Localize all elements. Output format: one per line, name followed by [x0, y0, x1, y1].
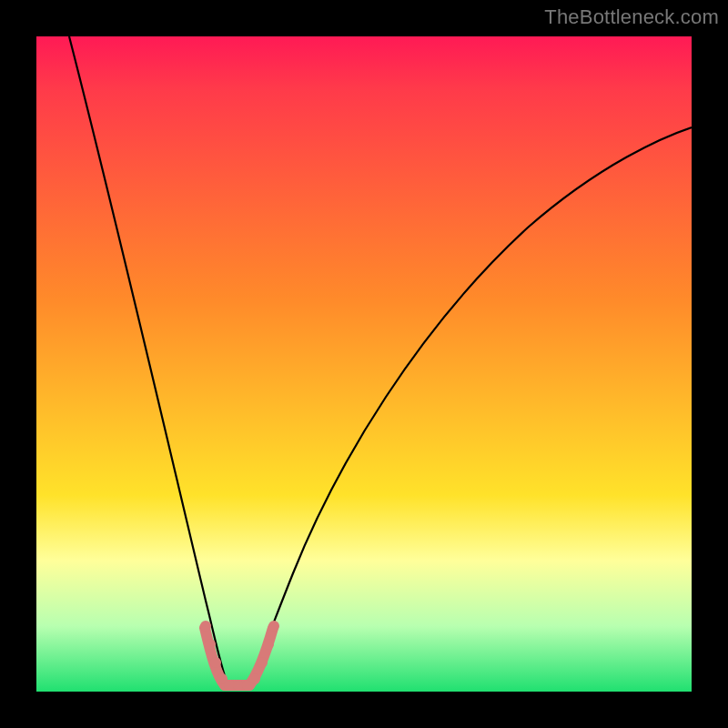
svg-point-9	[263, 639, 274, 650]
svg-point-0	[200, 621, 211, 632]
watermark-text: TheBottleneck.com	[544, 5, 719, 29]
svg-point-8	[257, 657, 268, 668]
svg-point-2	[210, 657, 221, 668]
plot-area	[36, 36, 692, 692]
svg-point-10	[268, 621, 279, 632]
svg-point-7	[249, 673, 260, 684]
bottleneck-curve	[36, 36, 692, 692]
curve-path	[69, 36, 692, 684]
chart-frame: TheBottleneck.com	[0, 0, 728, 728]
svg-point-1	[205, 639, 216, 650]
